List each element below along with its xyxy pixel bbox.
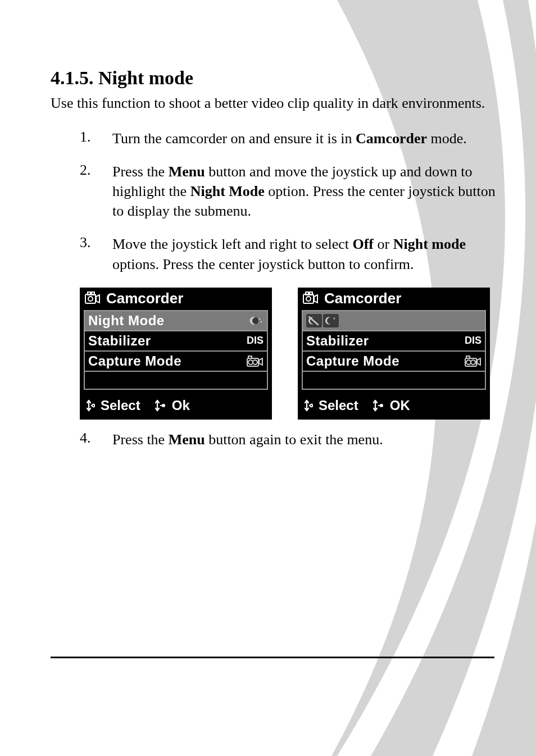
svg-point-18 bbox=[471, 360, 475, 365]
menu-item[interactable] bbox=[303, 311, 485, 331]
section-heading: 4.1.5. Night mode bbox=[51, 67, 500, 89]
menu-title-text: Camcorder bbox=[106, 290, 183, 307]
camcorder-menu-left: Camcorder Night Mode StabilizerDISCaptur… bbox=[80, 288, 272, 420]
capture-mode-icon bbox=[247, 355, 264, 367]
svg-rect-19 bbox=[466, 356, 470, 358]
step-3: 3. Move the joystick left and right to s… bbox=[80, 234, 500, 274]
svg-point-7 bbox=[253, 360, 257, 365]
night-mode-options bbox=[306, 314, 339, 327]
menu-item-list: Night Mode StabilizerDISCapture Mode bbox=[84, 310, 268, 390]
step-list-after: 4. Press the Menu button again to exit t… bbox=[80, 430, 500, 449]
menu-item-value: DIS bbox=[465, 335, 482, 347]
svg-point-13 bbox=[306, 297, 311, 301]
svg-point-9 bbox=[162, 404, 165, 407]
night-mode-icon bbox=[249, 315, 264, 327]
menu-item[interactable]: Capture Mode bbox=[303, 352, 485, 372]
capture-mode-icon bbox=[465, 355, 482, 367]
night-off-icon bbox=[306, 314, 322, 327]
footer-select: Select bbox=[303, 398, 358, 413]
joystick-center-icon bbox=[373, 399, 387, 412]
menu-footer: Select Ok bbox=[80, 393, 271, 419]
step-2: 2. Press the Menu button and move the jo… bbox=[80, 162, 500, 221]
joystick-center-icon bbox=[155, 399, 169, 412]
menu-item[interactable]: Capture Mode bbox=[85, 352, 267, 372]
step-text: Move the joystick left and right to sele… bbox=[112, 234, 500, 274]
footer-select-label: Select bbox=[101, 398, 140, 413]
heading-number: 4.1.5. bbox=[51, 67, 94, 88]
footer-ok-label: OK bbox=[390, 398, 410, 413]
menu-item-list: StabilizerDISCapture Mode bbox=[302, 310, 486, 390]
page-content: 4.1.5. Night mode Use this function to s… bbox=[51, 67, 500, 463]
menu-item[interactable]: StabilizerDIS bbox=[303, 331, 485, 352]
step-list: 1. Turn the camcorder on and ensure it i… bbox=[80, 129, 500, 274]
screenshot-row: Camcorder Night Mode StabilizerDISCaptur… bbox=[80, 288, 500, 420]
menu-item[interactable]: Night Mode bbox=[85, 311, 267, 331]
footer-select: Select bbox=[85, 398, 140, 413]
menu-item[interactable]: StabilizerDIS bbox=[85, 331, 267, 352]
svg-point-6 bbox=[248, 360, 253, 365]
step-text: Turn the camcorder on and ensure it is i… bbox=[112, 129, 467, 148]
joystick-updown-icon bbox=[303, 399, 315, 412]
menu-item[interactable] bbox=[303, 372, 485, 389]
menu-item-label: Stabilizer bbox=[306, 333, 369, 349]
footer-ok: Ok bbox=[155, 398, 190, 413]
menu-footer: Select OK bbox=[298, 393, 489, 419]
svg-rect-12 bbox=[310, 292, 312, 295]
step-number: 4. bbox=[80, 430, 112, 449]
footer-ok: OK bbox=[373, 398, 410, 413]
svg-point-3 bbox=[88, 297, 93, 301]
step-number: 2. bbox=[80, 162, 112, 221]
menu-item-label: Capture Mode bbox=[88, 353, 181, 369]
night-on-icon bbox=[323, 314, 339, 327]
svg-rect-8 bbox=[248, 356, 252, 358]
intro-paragraph: Use this function to shoot a better vide… bbox=[51, 93, 500, 113]
svg-rect-10 bbox=[303, 294, 314, 303]
svg-rect-1 bbox=[88, 292, 90, 295]
svg-rect-0 bbox=[85, 294, 96, 303]
camcorder-icon bbox=[303, 292, 319, 305]
menu-title-text: Camcorder bbox=[324, 290, 401, 307]
step-text: Press the Menu button again to exit the … bbox=[112, 430, 383, 449]
step-number: 1. bbox=[80, 129, 112, 148]
svg-point-20 bbox=[380, 404, 383, 407]
menu-item-label: Stabilizer bbox=[88, 333, 151, 349]
svg-point-17 bbox=[466, 360, 471, 365]
svg-rect-11 bbox=[306, 292, 308, 295]
menu-item-value: DIS bbox=[247, 335, 264, 347]
menu-item[interactable] bbox=[85, 372, 267, 389]
menu-item-label: Capture Mode bbox=[306, 353, 399, 369]
menu-titlebar: Camcorder bbox=[298, 288, 489, 310]
menu-item-label: Night Mode bbox=[88, 313, 165, 329]
svg-rect-2 bbox=[92, 292, 94, 295]
step-number: 3. bbox=[80, 234, 112, 274]
heading-title: Night mode bbox=[98, 67, 193, 88]
step-1: 1. Turn the camcorder on and ensure it i… bbox=[80, 129, 500, 148]
step-text: Press the Menu button and move the joyst… bbox=[112, 162, 500, 221]
footer-select-label: Select bbox=[319, 398, 358, 413]
footer-rule bbox=[51, 657, 494, 658]
menu-titlebar: Camcorder bbox=[80, 288, 271, 310]
step-4: 4. Press the Menu button again to exit t… bbox=[80, 430, 500, 449]
footer-ok-label: Ok bbox=[172, 398, 190, 413]
camcorder-icon bbox=[85, 292, 101, 305]
joystick-updown-icon bbox=[85, 399, 97, 412]
camcorder-menu-right: Camcorder StabilizerDISCapture Mode bbox=[298, 288, 490, 420]
